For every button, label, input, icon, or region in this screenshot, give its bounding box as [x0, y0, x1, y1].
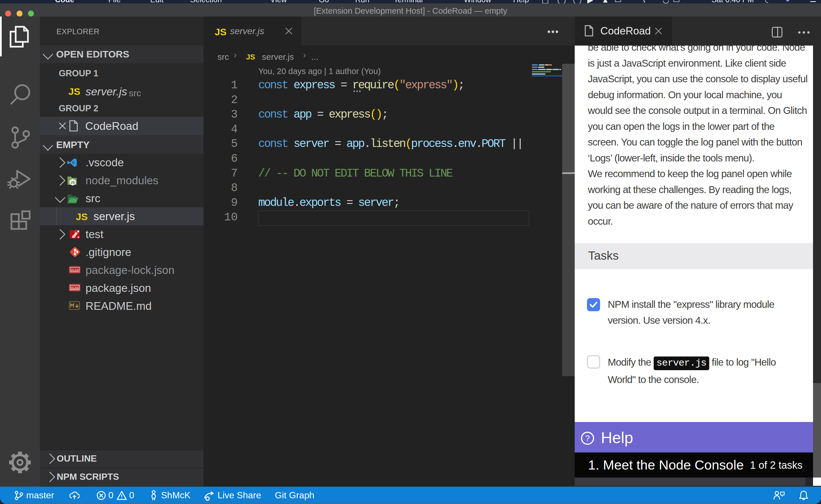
svg-text:?: ? — [585, 434, 590, 443]
svg-text:JS: JS — [70, 180, 75, 185]
svg-text:</>: </> — [70, 198, 77, 203]
